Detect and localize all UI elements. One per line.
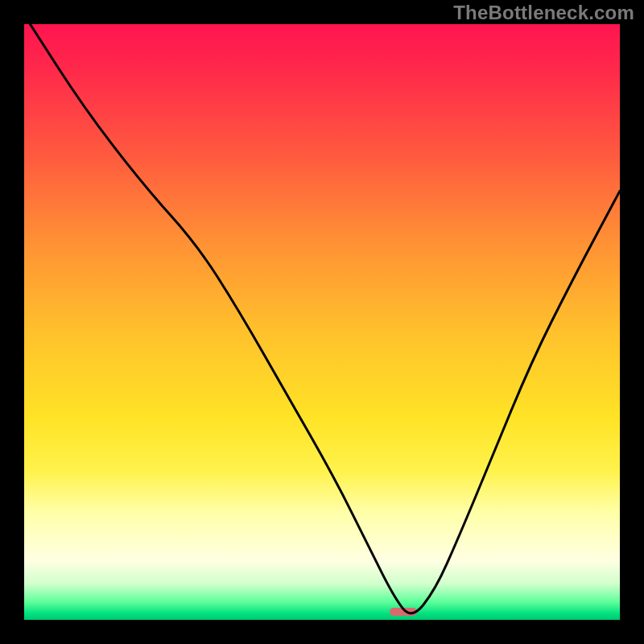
plot-area [24,24,620,620]
curve-path [30,24,620,613]
chart-frame: TheBottleneck.com [0,0,644,644]
bottleneck-curve [24,24,620,620]
watermark-label: TheBottleneck.com [453,2,634,24]
